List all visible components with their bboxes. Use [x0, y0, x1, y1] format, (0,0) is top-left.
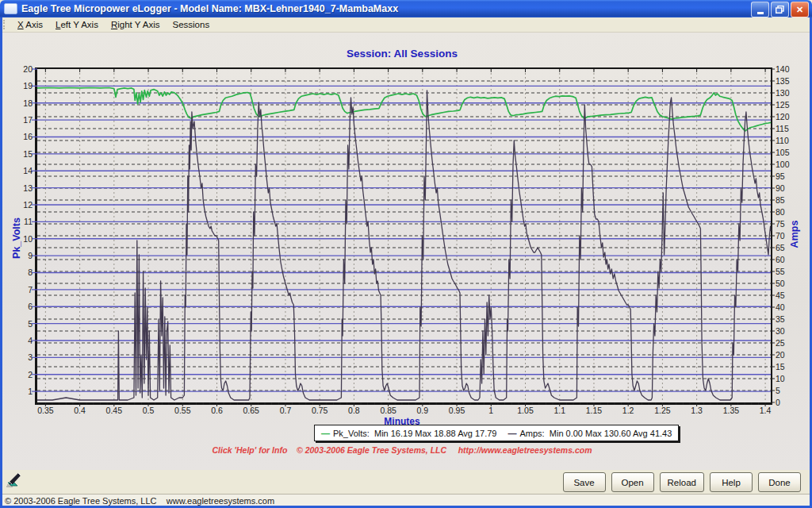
pen-logger-icon: [6, 471, 23, 489]
menu-item-x-axis[interactable]: X Axis: [11, 18, 49, 31]
plot-area[interactable]: [35, 67, 772, 405]
right-y-tick-label: 20: [776, 350, 802, 360]
window-border-left: [0, 17, 2, 506]
minimize-icon: [757, 12, 764, 14]
menu-item-right-y-axis[interactable]: Right Y Axis: [105, 18, 167, 31]
right-y-tick-label: 55: [776, 267, 802, 276]
x-tick-label: 1.25: [649, 406, 676, 415]
reload-button[interactable]: Reload: [660, 472, 704, 492]
minimize-button[interactable]: [751, 2, 769, 17]
left-y-tick-label: 20: [1, 64, 33, 74]
left-y-tick-label: 3: [1, 352, 33, 362]
left-y-tick-label: 19: [1, 81, 33, 90]
window-title: Eagle Tree Micropower eLogger - Model Na…: [21, 3, 398, 14]
left-y-tick-label: 15: [1, 149, 33, 159]
right-y-tick-label: 110: [776, 136, 802, 145]
right-y-tick-label: 85: [776, 195, 802, 205]
left-y-tick-label: 14: [1, 166, 33, 175]
x-tick-label: 0.55: [169, 406, 196, 415]
x-tick-label: 0.5: [135, 406, 162, 415]
x-tick-label: 0.9: [409, 406, 436, 415]
right-y-tick-label: 130: [776, 88, 802, 98]
right-y-tick-label: 65: [776, 243, 802, 252]
left-y-tick-label: 5: [1, 319, 33, 329]
right-y-tick-label: 105: [776, 148, 802, 157]
right-y-tick-label: 10: [776, 374, 802, 383]
menu-item-left-y-axis[interactable]: Left Y Axis: [49, 18, 105, 31]
right-y-tick-label: 80: [776, 207, 802, 217]
left-y-tick-label: 17: [1, 115, 33, 125]
left-y-tick-label: 18: [1, 98, 33, 108]
amps-swatch: —: [508, 429, 517, 438]
left-y-tick-label: 16: [1, 132, 33, 141]
left-y-tick-label: 10: [1, 234, 33, 244]
restore-icon: [776, 6, 784, 13]
right-y-tick-label: 100: [776, 160, 802, 169]
x-tick-label: 1: [477, 406, 504, 415]
x-tick-label: 0.6: [203, 406, 230, 415]
pk-volts-swatch: —: [321, 429, 330, 438]
x-tick-label: 0.8: [340, 406, 367, 415]
menu-item-sessions[interactable]: Sessions: [167, 18, 216, 31]
legend-amps: Amps: Min 0.00 Max 130.60 Avg 41.43: [520, 429, 672, 438]
right-y-tick-label: 135: [776, 76, 802, 86]
x-tick-label: 1.1: [546, 406, 573, 415]
x-tick-label: 0.75: [306, 406, 333, 415]
x-tick-label: 1.4: [752, 406, 779, 415]
help-copyright-note: Click 'Help' for Info © 2003-2006 Eagle …: [0, 445, 804, 455]
right-y-tick-label: 75: [776, 219, 802, 229]
button-row: SaveOpenReloadHelpDone: [0, 470, 812, 494]
right-y-tick-label: 140: [776, 64, 802, 74]
right-y-tick-label: 90: [776, 183, 802, 193]
right-y-tick-label: 120: [776, 112, 802, 121]
done-button[interactable]: Done: [758, 472, 801, 492]
x-tick-label: 0.35: [32, 406, 59, 415]
left-y-tick-label: 4: [1, 336, 33, 345]
left-y-tick-label: 12: [1, 200, 33, 210]
right-y-tick-label: 15: [776, 362, 802, 371]
right-y-tick-label: 50: [776, 279, 802, 288]
right-y-tick-label: 5: [776, 386, 802, 395]
toolbar-grip-icon: [3, 20, 7, 29]
save-button[interactable]: Save: [563, 472, 606, 492]
chart-panel: Session: All Sessions Pk_Volts Amps 0.35…: [0, 33, 812, 470]
status-text: © 2003-2006 Eagle Tree Systems, LLC www.…: [5, 496, 274, 506]
chart-canvas: [37, 69, 771, 402]
right-y-tick-label: 115: [776, 124, 802, 133]
menu-bar: X AxisLeft Y AxisRight Y AxisSessions: [0, 17, 812, 33]
close-button[interactable]: ✕: [791, 2, 809, 17]
x-tick-label: 0.95: [443, 406, 470, 415]
left-y-tick-label: 7: [1, 285, 33, 294]
right-y-tick-label: 60: [776, 255, 802, 264]
restore-button[interactable]: [771, 2, 789, 17]
left-y-tick-label: 11: [1, 217, 33, 226]
close-icon: ✕: [796, 5, 803, 15]
x-tick-label: 0.4: [67, 406, 94, 415]
x-tick-label: 1.15: [580, 406, 607, 415]
help-button[interactable]: Help: [710, 472, 753, 492]
right-y-tick-label: 40: [776, 302, 802, 312]
x-tick-label: 1.35: [718, 406, 745, 415]
x-tick-label: 0.45: [101, 406, 128, 415]
right-y-tick-label: 35: [776, 314, 802, 324]
x-tick-label: 1.05: [512, 406, 539, 415]
x-tick-label: 0.65: [238, 406, 265, 415]
left-y-tick-label: 8: [1, 267, 33, 277]
x-tick-label: 0.7: [272, 406, 299, 415]
app-window: Eagle Tree Micropower eLogger - Model Na…: [0, 0, 812, 508]
left-y-tick-label: 2: [1, 370, 33, 379]
series-pk-volts: [37, 88, 771, 132]
chart-title: Session: All Sessions: [0, 48, 804, 60]
x-tick-label: 1.3: [684, 406, 710, 415]
app-icon: [4, 3, 17, 14]
right-y-tick-label: 45: [776, 291, 802, 300]
right-y-tick-label: 0: [776, 398, 802, 407]
right-y-tick-label: 125: [776, 100, 802, 110]
left-y-tick-label: 1: [1, 387, 33, 396]
x-tick-label: 1.2: [615, 406, 642, 415]
status-bar: © 2003-2006 Eagle Tree Systems, LLC www.…: [0, 494, 812, 506]
right-y-tick-label: 30: [776, 326, 802, 336]
right-y-tick-label: 25: [776, 338, 802, 348]
open-button[interactable]: Open: [611, 472, 654, 492]
title-bar[interactable]: Eagle Tree Micropower eLogger - Model Na…: [0, 0, 812, 17]
